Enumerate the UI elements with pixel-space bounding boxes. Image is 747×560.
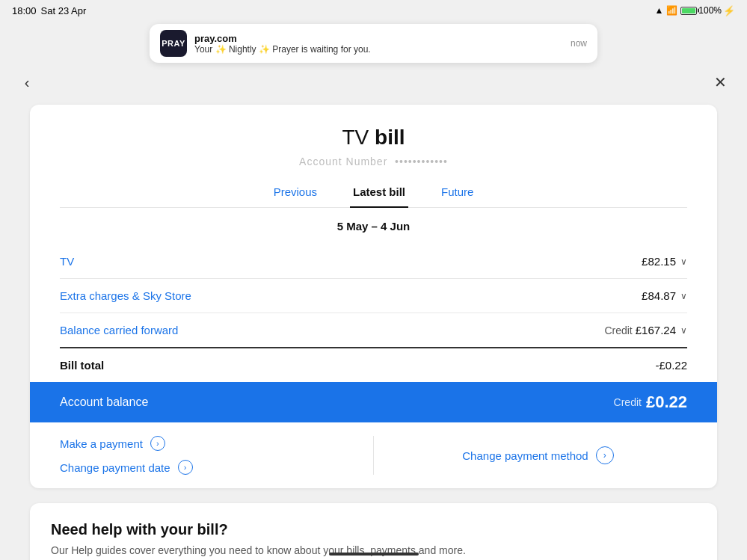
- bill-title: TV bill: [60, 126, 687, 150]
- line-item-balance-label[interactable]: Balance carried forward: [60, 324, 178, 336]
- charging-icon: ⚡: [723, 5, 735, 16]
- battery-level: 100%: [698, 5, 722, 16]
- make-payment-chevron: ›: [150, 436, 165, 451]
- make-payment-label: Make a payment: [60, 437, 143, 450]
- status-bar: 18:00 Sat 23 Apr ▲ 📶 100% ⚡: [0, 0, 747, 21]
- chevron-down-icon: ∨: [680, 291, 687, 301]
- back-button[interactable]: ‹: [15, 70, 39, 94]
- notification-message: Your ✨ Nightly ✨ Prayer is waiting for y…: [194, 44, 371, 55]
- line-item-tv-value: £82.15: [642, 255, 676, 268]
- line-item-extra-right: £84.87 ∨: [642, 289, 687, 302]
- bill-card: TV bill Account Number •••••••••••• Prev…: [30, 105, 717, 488]
- make-payment-link[interactable]: Make a payment ›: [60, 436, 358, 451]
- change-method-link[interactable]: Change payment method ›: [462, 446, 613, 464]
- battery-container: 100% ⚡: [680, 5, 735, 16]
- line-item-extra-label[interactable]: Extra charges & Sky Store: [60, 289, 191, 302]
- home-indicator: [329, 553, 419, 556]
- status-time: 18:00: [12, 5, 37, 16]
- signal-icon: ▲: [654, 5, 663, 16]
- line-item-balance-value: £167.24: [636, 324, 676, 336]
- bill-total-right: -£0.22: [655, 359, 687, 372]
- chevron-down-icon: ∨: [680, 325, 687, 336]
- line-item-extra: Extra charges & Sky Store £84.87 ∨: [60, 279, 687, 313]
- bill-total-row: Bill total -£0.22: [60, 348, 687, 382]
- wifi-icon: 📶: [666, 5, 677, 16]
- tab-previous[interactable]: Previous: [271, 179, 320, 207]
- actions-right-col: Change payment method ›: [389, 436, 687, 475]
- line-item-balance-prefix: Credit: [604, 324, 632, 336]
- bill-total-value: -£0.22: [655, 359, 687, 372]
- battery-icon: [680, 7, 697, 15]
- tab-future[interactable]: Future: [438, 179, 476, 207]
- account-balance-bar: Account balance Credit £0.22: [30, 382, 717, 422]
- notification-title: pray.com: [194, 33, 371, 44]
- line-item-extra-value: £84.87: [642, 289, 676, 302]
- notification-banner[interactable]: PRAY pray.com Your ✨ Nightly ✨ Prayer is…: [150, 24, 597, 63]
- balance-value: £0.22: [646, 393, 687, 412]
- notification-left: PRAY pray.com Your ✨ Nightly ✨ Prayer is…: [160, 30, 371, 57]
- bill-total-label: Bill total: [60, 359, 104, 372]
- bill-period: 5 May – 4 Jun: [60, 220, 687, 233]
- app-icon: PRAY: [160, 30, 187, 57]
- battery-fill: [682, 8, 695, 13]
- account-number: Account Number ••••••••••••: [60, 156, 687, 167]
- change-date-chevron: ›: [178, 460, 193, 475]
- line-item-tv-right: £82.15 ∨: [642, 255, 687, 268]
- status-date: Sat 23 Apr: [41, 5, 87, 16]
- account-masked: ••••••••••••: [395, 156, 448, 167]
- tab-latest-bill[interactable]: Latest bill: [350, 179, 408, 207]
- chevron-down-icon: ∨: [680, 256, 687, 267]
- line-item-tv-label[interactable]: TV: [60, 255, 74, 268]
- line-item-balance: Balance carried forward Credit £167.24 ∨: [60, 313, 687, 348]
- main-content: TV bill Account Number •••••••••••• Prev…: [0, 99, 747, 560]
- balance-prefix: Credit: [614, 396, 642, 408]
- notification-content: pray.com Your ✨ Nightly ✨ Prayer is wait…: [194, 33, 371, 55]
- change-method-label: Change payment method: [462, 449, 588, 462]
- tab-bar: Previous Latest bill Future: [60, 179, 687, 208]
- help-card: Need help with your bill? Our Help guide…: [30, 503, 717, 560]
- change-date-link[interactable]: Change payment date ›: [60, 460, 358, 475]
- help-title: Need help with your bill?: [51, 521, 696, 538]
- nav-bar: ‹ ✕: [0, 66, 747, 99]
- balance-label: Account balance: [60, 396, 148, 409]
- actions-left-col: Make a payment › Change payment date ›: [60, 436, 358, 475]
- notification-time: now: [571, 38, 587, 49]
- line-item-balance-right: Credit £167.24 ∨: [604, 324, 687, 336]
- line-item-tv: TV £82.15 ∨: [60, 244, 687, 279]
- balance-right: Credit £0.22: [614, 393, 687, 412]
- close-button[interactable]: ✕: [708, 70, 732, 94]
- change-method-chevron: ›: [596, 446, 614, 464]
- change-date-label: Change payment date: [60, 461, 170, 474]
- actions-divider: [373, 436, 374, 475]
- actions-area: Make a payment › Change payment date › C…: [60, 422, 687, 488]
